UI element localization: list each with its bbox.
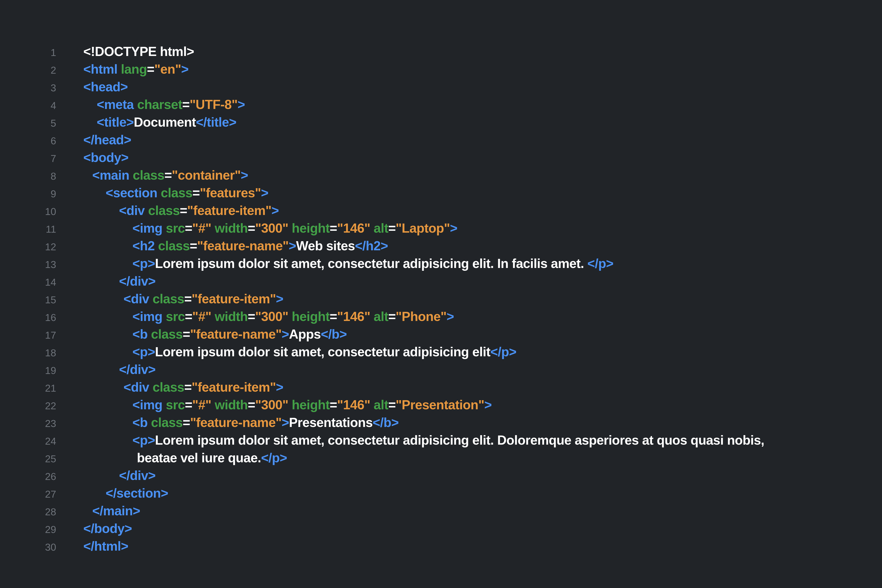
code-token-tag: > (276, 380, 284, 394)
code-token-attr: height (288, 309, 330, 324)
code-line: 27</section> (0, 484, 882, 502)
code-token-tag: <main (92, 168, 129, 182)
code-line: 2<html lang="en"> (0, 60, 882, 78)
line-number: 18 (0, 344, 56, 362)
code-line: 23<b class="feature-name">Presentations<… (0, 414, 882, 431)
code-line: 3<head> (0, 78, 882, 96)
line-number: 15 (0, 291, 56, 309)
code-content: beatae vel iure quae.</p> (83, 449, 287, 467)
line-number: 19 (0, 362, 56, 380)
code-token-tag: <div (123, 292, 149, 306)
line-number: 2 (0, 62, 56, 79)
code-token-eq: = (183, 415, 190, 430)
code-token-tag: <img (132, 221, 162, 236)
code-token-tag: <img (132, 309, 162, 324)
line-number: 4 (0, 97, 56, 114)
code-token-attr: alt (370, 398, 388, 412)
code-token-tag: <img (132, 398, 162, 412)
code-line: 12<h2 class="feature-name">Web sites</h2… (0, 237, 882, 255)
code-token-tag: <p> (132, 345, 155, 359)
code-token-eq: = (388, 309, 396, 324)
code-screenshot: { "palette": { "background": "#212428", … (0, 0, 882, 588)
code-token-value: "146" (337, 398, 370, 412)
code-token-value: "#" (192, 398, 211, 412)
code-token-tag: > (282, 327, 289, 341)
line-number: 5 (0, 114, 56, 132)
code-token-eq: = (248, 398, 255, 412)
code-token-tag: <body> (83, 150, 129, 165)
code-token-tag: </body> (83, 521, 132, 536)
line-number: 30 (0, 538, 56, 556)
code-token-eq: = (185, 398, 192, 412)
line-number: 25 (0, 450, 56, 468)
code-token-tag: > (450, 221, 458, 236)
code-line: 11<img src="#" width="300" height="146" … (0, 219, 882, 237)
code-line: 18<p>Lorem ipsum dolor sit amet, consect… (0, 343, 882, 361)
code-token-tag: <p> (132, 433, 155, 447)
code-line: 15<div class="feature-item"> (0, 290, 882, 308)
code-content: <b class="feature-name">Apps</b> (83, 326, 347, 343)
code-token-eq: = (388, 398, 396, 412)
code-token-tag: > (272, 203, 279, 218)
code-token-tag: > (282, 415, 289, 430)
code-token-tag: </section> (106, 486, 168, 500)
code-token-value: "#" (192, 221, 211, 236)
code-token-value: "Phone" (396, 309, 447, 324)
code-token-value: "feature-item" (192, 380, 276, 394)
line-number: 8 (0, 167, 56, 185)
code-content: <main class="container"> (83, 166, 248, 184)
code-token-tag: </b> (321, 327, 347, 341)
code-token-tag: > (237, 97, 245, 112)
code-token-attr: alt (370, 309, 388, 324)
code-token-tag: <div (123, 380, 149, 394)
code-content: <!DOCTYPE html> (83, 43, 194, 60)
code-token-value: "en" (154, 62, 181, 76)
code-token-tag: </head> (83, 133, 131, 147)
code-token-attr: width (211, 221, 248, 236)
code-token-tag: <b (132, 327, 148, 341)
line-number: 28 (0, 503, 56, 520)
code-token-eq: = (248, 221, 255, 236)
code-token-attr: charset (134, 97, 182, 112)
code-content: <section class="features"> (83, 184, 268, 202)
code-line: 22<img src="#" width="300" height="146" … (0, 396, 882, 414)
code-token-tag: </h2> (355, 238, 388, 253)
line-number: 6 (0, 132, 56, 150)
code-content: <p>Lorem ipsum dolor sit amet, consectet… (83, 255, 614, 272)
code-token-eq: = (147, 62, 154, 76)
line-number: 27 (0, 485, 56, 503)
code-token-tag: > (276, 292, 284, 306)
code-token-plain: Presentations (289, 415, 373, 430)
code-content: <html lang="en"> (83, 60, 189, 78)
code-token-tag: <div (119, 203, 145, 218)
code-token-eq: = (330, 309, 337, 324)
line-number: 21 (0, 380, 56, 397)
code-token-tag: <head> (83, 80, 128, 94)
code-token-attr: class (145, 203, 180, 218)
code-token-plain: <!DOCTYPE html> (83, 44, 194, 59)
code-token-tag: > (289, 238, 296, 253)
code-token-tag: <html (83, 62, 117, 76)
code-token-eq: = (180, 203, 187, 218)
code-token-attr: width (211, 398, 248, 412)
code-line: 1<!DOCTYPE html> (0, 43, 882, 60)
code-token-eq: = (185, 309, 192, 324)
code-token-eq: = (182, 97, 190, 112)
code-token-eq: = (184, 292, 192, 306)
code-content: <div class="feature-item"> (83, 290, 283, 308)
code-token-attr: lang (117, 62, 147, 76)
code-token-tag: <meta (97, 97, 134, 112)
code-token-eq: = (330, 398, 337, 412)
code-line: 28</main> (0, 502, 882, 520)
code-content: </main> (83, 502, 140, 520)
line-number: 11 (0, 220, 56, 238)
code-content: <body> (83, 149, 129, 166)
code-token-value: "146" (337, 309, 370, 324)
code-content: <b class="feature-name">Presentations</b… (83, 414, 399, 431)
code-token-tag: > (484, 398, 492, 412)
line-number: 16 (0, 309, 56, 326)
code-token-value: "container" (172, 168, 241, 182)
code-token-tag: </title> (196, 115, 236, 129)
code-token-value: "Presentation" (396, 398, 484, 412)
code-token-attr: class (158, 186, 192, 200)
